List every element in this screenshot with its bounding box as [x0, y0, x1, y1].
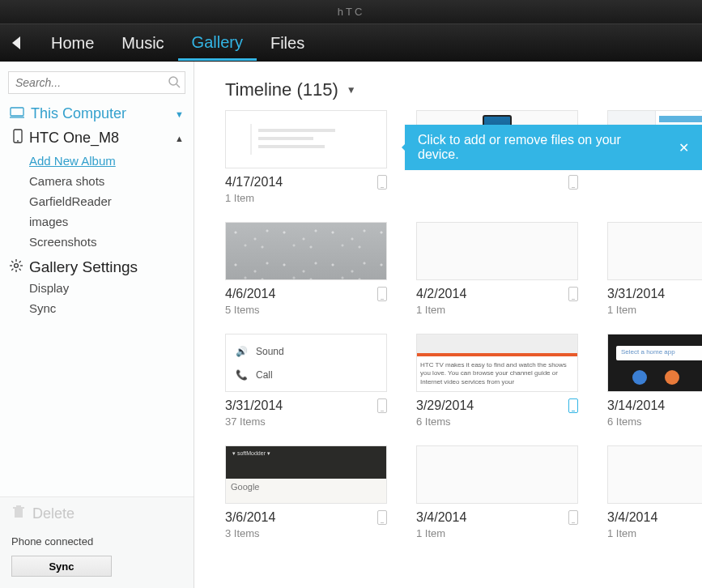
computer-icon [10, 105, 24, 122]
album-card[interactable]: 4/17/20141 Item [225, 110, 387, 204]
album-count: 3 Items [225, 525, 387, 539]
album-date: 4/2/2014 [416, 287, 466, 301]
device-icon [568, 398, 578, 413]
device-icon [377, 398, 387, 413]
main-nav: Home Music Gallery Files [0, 23, 702, 62]
album-date: 3/4/2014 [607, 510, 657, 525]
settings-display[interactable]: Display [29, 278, 194, 298]
svg-line-2 [177, 84, 180, 87]
album-screenshots[interactable]: Screenshots [29, 232, 194, 252]
album-count: 1 Item [607, 301, 702, 316]
gear-icon [10, 258, 23, 276]
album-date: 3/29/2014 [416, 398, 474, 413]
device-icon [568, 175, 578, 190]
device-children: Add New Album Camera shots GarfieldReade… [0, 151, 194, 252]
svg-marker-0 [12, 36, 20, 49]
album-date: 3/6/2014 [225, 510, 275, 525]
nav-music[interactable]: Music [108, 26, 177, 61]
settings-label: Gallery Settings [29, 258, 138, 276]
album-date: 4/6/2014 [225, 287, 275, 301]
search-box [8, 71, 185, 94]
tree-device[interactable]: HTC One_M8 ▲ [0, 126, 194, 151]
album-date: 3/4/2014 [416, 510, 466, 525]
album-count: 1 Item [225, 190, 387, 204]
album-date: 3/14/2014 [607, 398, 665, 413]
album-card[interactable]: ▾ softModder ▾Google3/6/20143 Items [225, 445, 387, 539]
search-icon[interactable] [168, 75, 181, 92]
nav-files[interactable]: Files [257, 26, 318, 61]
settings-sync[interactable]: Sync [29, 298, 194, 318]
tooltip-text: Click to add or remove files on your dev… [418, 133, 659, 162]
device-icon [377, 175, 387, 190]
svg-line-13 [19, 269, 21, 271]
gallery-settings[interactable]: Gallery Settings [0, 252, 194, 278]
trash-icon [13, 505, 24, 522]
album-count [607, 190, 702, 192]
album-card[interactable]: 🔊Sound📞Call3/31/201437 Items [225, 334, 387, 428]
sync-button[interactable]: Sync [11, 556, 112, 577]
svg-line-12 [11, 261, 13, 262]
svg-point-1 [169, 77, 177, 85]
tree-label: This Computer [31, 105, 126, 122]
svg-point-7 [15, 264, 19, 268]
album-date: 3/31/2014 [225, 398, 283, 413]
timeline-label: Timeline (115) [225, 79, 338, 100]
album-garfieldreader[interactable]: GarfieldReader [29, 191, 194, 211]
nav-gallery[interactable]: Gallery [178, 25, 257, 61]
svg-line-14 [11, 269, 13, 271]
album-grid: 4/17/20141 Item4/6/20145 Items4/2/20141 … [194, 110, 702, 539]
tree-this-computer[interactable]: This Computer ▼ [0, 102, 194, 126]
album-card[interactable]: 4/6/20145 Items [225, 222, 387, 316]
album-card[interactable]: 3/4/20141 Item [416, 445, 578, 539]
album-count: 1 Item [607, 525, 702, 539]
svg-rect-17 [13, 507, 24, 509]
brand-logo: hTC [338, 6, 365, 18]
album-count: 1 Item [416, 525, 578, 539]
album-camera-shots[interactable]: Camera shots [29, 171, 194, 191]
svg-rect-18 [16, 505, 21, 507]
sidebar: This Computer ▼ HTC One_M8 ▲ Add New Alb… [0, 62, 194, 588]
timeline-dropdown[interactable]: Timeline (115) ▼ [194, 62, 702, 110]
album-count: 6 Items [607, 413, 702, 428]
device-icon [377, 287, 387, 301]
album-card[interactable]: HTC TV makes it easy to find and watch t… [416, 334, 578, 428]
device-icon [568, 287, 578, 301]
album-card[interactable]: Select a home app3/14/20146 Items [607, 334, 702, 428]
album-card[interactable]: 3/31/20141 Item [607, 222, 702, 316]
album-date: 3/31/2014 [607, 287, 665, 301]
delete-button: Delete [0, 497, 194, 530]
tree: This Computer ▼ HTC One_M8 ▲ Add New Alb… [0, 99, 194, 496]
album-count: 1 Item [416, 301, 578, 316]
chevron-down-icon: ▼ [175, 109, 184, 119]
add-new-album[interactable]: Add New Album [29, 151, 194, 171]
svg-rect-3 [11, 108, 23, 116]
svg-line-15 [19, 261, 21, 262]
nav-home[interactable]: Home [37, 26, 108, 61]
svg-point-6 [17, 140, 19, 142]
tree-label: HTC One_M8 [29, 130, 119, 147]
content-pane: Timeline (115) ▼ 4/17/20141 Item4/6/2014… [194, 62, 702, 588]
album-count [416, 190, 578, 192]
album-card[interactable]: 3/4/20141 Item [607, 445, 702, 539]
settings-children: Display Sync [0, 278, 194, 318]
album-count: 37 Items [225, 413, 387, 428]
svg-rect-16 [15, 509, 23, 518]
search-input[interactable] [8, 71, 185, 94]
close-icon[interactable]: ✕ [679, 140, 689, 156]
device-icon [568, 510, 578, 525]
album-date: 4/17/2014 [225, 175, 283, 190]
delete-label: Delete [32, 505, 74, 522]
album-count: 6 Items [416, 413, 578, 428]
brand-bar: hTC [0, 0, 702, 23]
info-tooltip: Click to add or remove files on your dev… [405, 125, 702, 170]
album-count: 5 Items [225, 301, 387, 316]
album-images[interactable]: images [29, 211, 194, 232]
album-card[interactable]: 4/2/20141 Item [416, 222, 578, 316]
chevron-up-icon: ▲ [175, 134, 184, 143]
sidebar-footer: Delete Phone connected Sync [0, 496, 194, 588]
phone-icon [13, 129, 23, 147]
device-icon [377, 510, 387, 525]
back-button[interactable] [8, 32, 26, 54]
connection-status: Phone connected [0, 530, 194, 552]
chevron-down-icon: ▼ [347, 84, 356, 96]
